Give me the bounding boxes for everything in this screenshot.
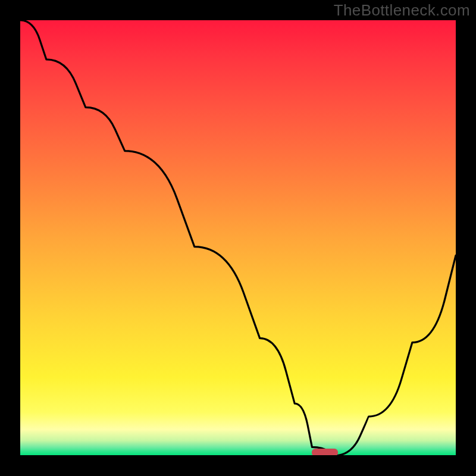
heat-gradient [20,20,456,456]
watermark-text: TheBottleneck.com [334,1,470,20]
plot-baseline [20,455,456,457]
plot-area [20,20,456,456]
figure-container: TheBottleneck.com [0,0,476,476]
